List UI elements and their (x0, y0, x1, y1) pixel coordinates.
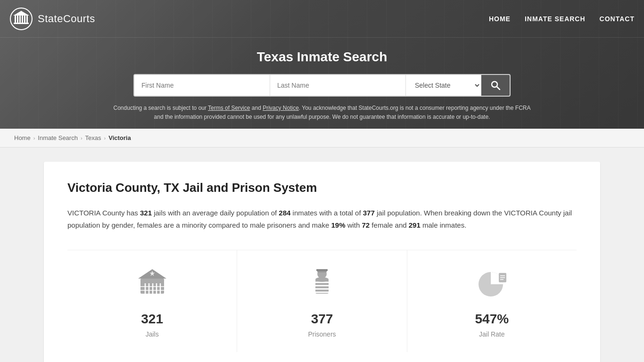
search-section: Texas Inmate Search Select StateAlabamaA… (0, 38, 644, 129)
privacy-link[interactable]: Privacy Notice (263, 105, 299, 111)
pie-chart-icon (473, 264, 511, 302)
breadcrumb-current: Victoria (108, 134, 131, 141)
stat-jails: 321 Jails (67, 250, 237, 352)
jail-icon (133, 264, 171, 302)
svg-rect-6 (26, 16, 28, 23)
svg-rect-4 (22, 16, 23, 23)
prisoners-label: Prisoners (247, 330, 397, 338)
svg-line-10 (497, 87, 500, 90)
svg-point-29 (315, 277, 329, 282)
logo-link[interactable]: StateCourts (9, 7, 95, 31)
prisoners-number: 377 (247, 312, 397, 327)
breadcrumb-home[interactable]: Home (14, 134, 31, 141)
last-name-input[interactable] (270, 75, 406, 96)
svg-marker-8 (13, 11, 29, 16)
svg-rect-2 (17, 16, 18, 23)
jails-number: 321 (77, 312, 227, 327)
stats-row: 321 Jails (67, 250, 577, 352)
state-select[interactable]: Select StateAlabamaAlaskaArizonaArkansas… (406, 75, 481, 96)
nav-inmate-search[interactable]: INMATE SEARCH (525, 13, 586, 25)
header: StateCourts HOME INMATE SEARCH CONTACT T… (0, 0, 644, 129)
disclaimer: Conducting a search is subject to our Te… (110, 104, 534, 122)
first-name-input[interactable] (134, 75, 270, 96)
jails-count-inline: 321 (140, 209, 152, 217)
male-count-inline: 291 (409, 221, 421, 229)
svg-rect-1 (15, 16, 16, 23)
logo-text: StateCourts (38, 13, 95, 25)
terms-link[interactable]: Terms of Service (208, 105, 250, 111)
search-button[interactable] (481, 75, 510, 96)
main-content: Victoria County, TX Jail and Prison Syst… (0, 148, 644, 362)
stat-jail-rate: 547% Jail Rate (407, 250, 577, 352)
county-heading: Victoria County, TX Jail and Prison Syst… (67, 181, 577, 195)
search-bar: Select StateAlabamaAlaskaArizonaArkansas… (133, 74, 511, 97)
svg-rect-7 (14, 23, 29, 24)
prisoner-icon (303, 264, 341, 302)
breadcrumb-sep3: › (104, 135, 106, 141)
content-card: Victoria County, TX Jail and Prison Syst… (44, 162, 600, 362)
breadcrumb-sep2: › (81, 135, 83, 141)
jail-rate-label: Jail Rate (417, 330, 567, 338)
female-pct-inline: 19% (331, 221, 345, 229)
jail-rate-number: 547% (417, 312, 567, 327)
logo-icon (9, 7, 33, 31)
total-pop-inline: 377 (363, 209, 375, 217)
search-icon (491, 81, 500, 90)
avg-pop-inline: 284 (279, 209, 290, 217)
nav-contact[interactable]: CONTACT (600, 13, 635, 25)
header-content: StateCourts HOME INMATE SEARCH CONTACT T… (0, 0, 644, 129)
female-count-inline: 72 (362, 221, 370, 229)
breadcrumb-state[interactable]: Texas (85, 134, 101, 141)
nav-links: HOME INMATE SEARCH CONTACT (489, 13, 635, 25)
svg-rect-5 (24, 16, 25, 23)
jails-label: Jails (77, 330, 227, 338)
page-title: Texas Inmate Search (9, 49, 635, 65)
stat-prisoners: 377 Prisoners (237, 250, 407, 352)
nav-home[interactable]: HOME (489, 13, 511, 25)
breadcrumb-sep1: › (33, 135, 35, 141)
svg-rect-23 (316, 269, 328, 271)
breadcrumb: Home › Inmate Search › Texas › Victoria (0, 129, 644, 148)
svg-rect-3 (19, 16, 21, 23)
county-description: VICTORIA County has 321 jails with an av… (67, 207, 577, 231)
breadcrumb-inmate-search[interactable]: Inmate Search (38, 134, 78, 141)
navigation: StateCourts HOME INMATE SEARCH CONTACT (0, 0, 644, 38)
